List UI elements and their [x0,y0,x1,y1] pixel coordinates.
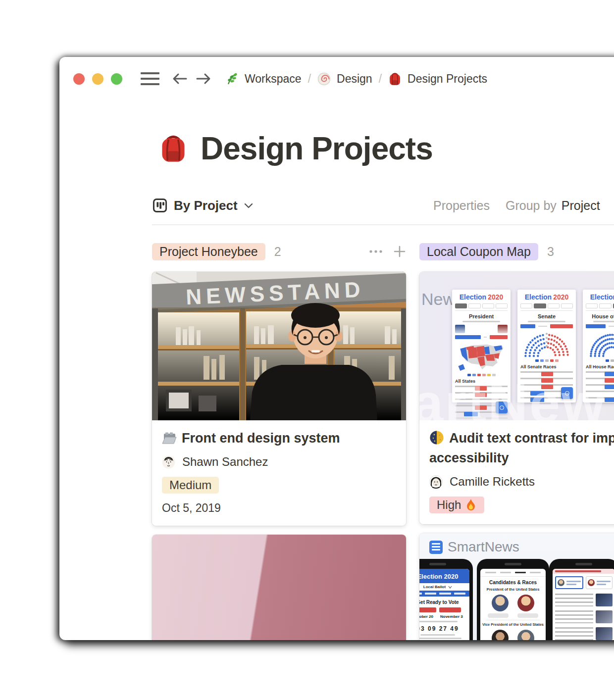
smartnews-ghost-watermark: artNew [419,371,606,420]
phone2-tabs [480,569,546,577]
phone3-banner [553,569,614,574]
group-by-label[interactable]: Group by [506,199,557,213]
assignee-name: Camille Ricketts [450,475,535,489]
card-cover-pink-paper [152,535,406,640]
news-row [553,625,614,640]
priority-tag: High [429,497,484,513]
column-actions [368,245,406,258]
phone1-dates: October 20 November 3 [419,614,469,619]
backpack-icon[interactable] [159,133,188,164]
column-header: Project Honeybee 2 [152,242,406,261]
minimize-button[interactable] [92,73,103,85]
phone1-heading: Get Ready to Vote [419,600,469,605]
view-label: By Project [174,198,238,213]
phone-screen: Candidates & Races President of the Unit… [480,569,546,640]
chevron-down-icon [244,202,254,209]
tab-bar [455,303,508,311]
arrow-left-icon [171,71,188,86]
smartnews-logo-text: SmartNews [448,539,519,555]
phone2-heading: Candidates & Races [480,580,546,585]
table-title: All Senate Races [520,364,573,369]
chart-legend [520,359,573,362]
titlebar: Workspace / Design / Design Projects [59,57,614,100]
column-count: 2 [274,245,281,259]
breadcrumb-item-design[interactable]: Design [317,72,372,86]
column-name-tag[interactable]: Local Coupon Map [419,243,538,260]
ellipsis-icon[interactable] [368,249,383,254]
phone-ballot: Election 2020 Local Ballot Get Ready to … [419,559,473,640]
view-toolbar: By Project Properties Group by Project [152,194,614,225]
breadcrumb-label: Design Projects [408,72,487,86]
smartnews-logo-icon [429,541,443,554]
card-assignee: Camille Ricketts [429,475,614,489]
properties-button[interactable]: Properties [433,199,490,213]
section-title: Senate [520,313,573,319]
election-brand: Election2020 [520,293,573,301]
zoom-button[interactable] [111,73,122,85]
column-name-tag[interactable]: Project Honeybee [152,243,265,260]
phone1-tabs [419,591,469,597]
candidate-faces [480,595,546,611]
view-tab-by-project[interactable]: By Project [152,198,254,213]
card-smartnews[interactable]: SmartNews Election 2020 Local Ballot [419,533,614,640]
breadcrumb-item-workspace[interactable]: Workspace [225,72,302,86]
news-row [553,592,614,608]
phone-screen [553,569,614,640]
priority-label: Medium [169,478,211,492]
board-column-local-coupon-map: Local Coupon Map 3 News Election2020 Pre… [419,242,614,640]
phone2-sub1: President of the United States [480,587,546,592]
breadcrumb-separator: / [308,72,311,86]
candidate-faces [480,630,546,640]
card-cover-newsstand-photo: NEWSSTAND [152,272,406,420]
section-title: House of Repre [586,313,614,319]
card-list: NEWSSTAND [152,272,406,640]
column-count: 3 [547,245,554,259]
phone-candidates: Candidates & Races President of the Unit… [477,559,549,640]
card-title: Audit text contrast for improved accessi… [429,431,614,465]
chart-legend [586,359,614,362]
group-by-value[interactable]: Project [562,199,600,213]
breadcrumb-label: Workspace [245,72,302,86]
card-cover-smartnews-phones: SmartNews Election 2020 Local Ballot [419,533,614,640]
card-audit-text-contrast[interactable]: News Election2020 President [419,272,614,524]
priority-tag: Medium [162,477,219,494]
avatar-camille-ricketts [429,475,443,489]
flame-icon [465,499,477,511]
card-list: News Election2020 President [419,272,614,640]
card-front-end-design-system[interactable]: NEWSSTAND [152,272,406,526]
assignee-name: Shawn Sanchez [182,455,268,469]
page-header: Design Projects [152,130,433,167]
back-button[interactable] [171,71,188,86]
table-title: All House Races [586,364,614,369]
section-title: President [455,313,508,319]
board: Project Honeybee 2 [152,242,614,640]
election-brand: Election2020 [586,293,614,301]
contrast-moon-icon [429,430,444,445]
board-column-project-honeybee: Project Honeybee 2 [152,242,406,640]
us-map-chart [456,341,507,372]
phone2-sub2: Vice President of the United States [480,622,546,627]
seats-bar [520,324,573,328]
card-date: Oct 5, 2019 [162,501,396,515]
phone3-candidate-chips [553,574,614,592]
plus-icon[interactable] [393,245,406,258]
tab-bar [586,303,614,311]
card-title-row: Front end design system [162,428,396,448]
sidebar-menu-button[interactable] [141,72,159,85]
toolbar-actions: Properties Group by Project [433,199,600,213]
page-title: Design Projects [201,130,433,167]
card-title: Front end design system [182,431,340,446]
candidate-name-pills [480,613,546,618]
herb-icon [225,72,239,86]
avatar-shawn-sanchez [162,455,175,469]
card-pink-paper[interactable] [152,535,406,640]
phone1-badges [419,607,469,612]
card-cover-election-screens: News Election2020 President [419,272,614,420]
arrow-right-icon [195,71,212,86]
senate-seat-chart [521,330,572,357]
breadcrumb-label: Design [337,72,372,86]
close-button[interactable] [73,73,85,85]
column-header: Local Coupon Map 3 [419,242,614,261]
forward-button[interactable] [195,71,212,86]
breadcrumb-item-design-projects[interactable]: Design Projects [388,72,487,86]
